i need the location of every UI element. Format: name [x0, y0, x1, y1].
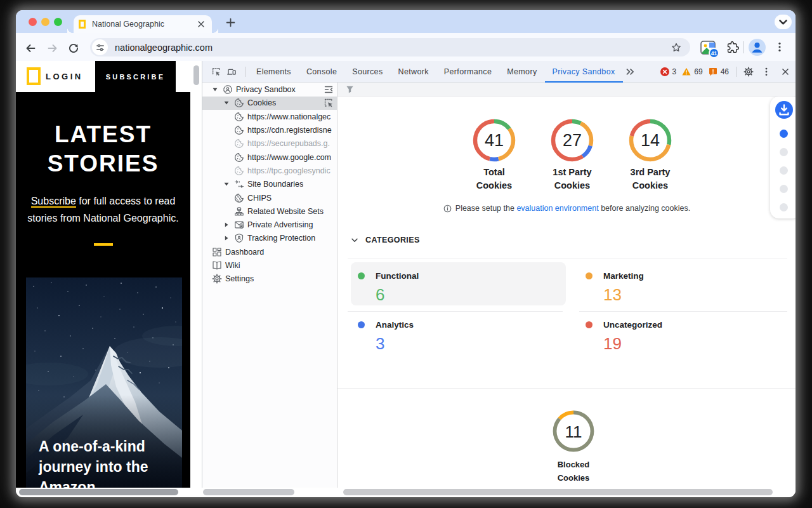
info-suffix: before analyzing cookies. [599, 204, 691, 213]
warning-badge[interactable]: 69 [682, 67, 702, 76]
tree-item-wiki[interactable]: Wiki [202, 258, 337, 272]
nav-dot[interactable] [780, 166, 788, 175]
caption-line3: Amazon [39, 479, 95, 488]
address-bar[interactable]: nationalgeographic.com [90, 38, 690, 57]
expanded-twisty-icon[interactable] [224, 182, 229, 187]
devtools-tab-elements[interactable]: Elements [249, 61, 299, 82]
url-text[interactable]: nationalgeographic.com [115, 43, 671, 53]
tab-close-icon[interactable] [196, 19, 206, 29]
devtools-settings-icon[interactable] [743, 67, 754, 77]
browser-toolbar: nationalgeographic.com 41 [16, 33, 796, 61]
devtools-tab-sources[interactable]: Sources [344, 61, 390, 82]
tree-item-tracking-protection[interactable]: Tracking Protection [202, 232, 337, 245]
expanded-twisty-icon[interactable] [224, 100, 229, 105]
zoom-window-button[interactable] [54, 18, 62, 26]
cookie-icon [234, 112, 244, 122]
tabbar-divider [245, 67, 246, 77]
shield-icon [234, 233, 244, 243]
login-button[interactable]: LOGIN [46, 72, 83, 81]
new-tab-button[interactable] [225, 17, 236, 28]
grid-border [348, 311, 563, 312]
evaluation-environment-link[interactable]: evaluation environment [516, 204, 598, 213]
devtools-tab-performance[interactable]: Performance [436, 61, 499, 82]
gear-icon [212, 274, 222, 284]
cookie-icon [234, 152, 244, 163]
category-card-analytics[interactable]: Analytics 3 [358, 320, 567, 354]
profile-avatar[interactable] [749, 39, 766, 56]
category-card-uncategorized[interactable]: Uncategorized 19 [586, 320, 795, 354]
book-icon [212, 260, 222, 271]
tree-item-privacy-sandbox[interactable]: Privacy Sandbox [202, 83, 337, 97]
tree-item-https-securepubads-g[interactable]: https://securepubads.g. [202, 137, 337, 150]
tree-item-private-advertising[interactable]: Private Advertising [202, 218, 337, 231]
browser-tab[interactable]: National Geographic [74, 15, 212, 33]
devtools-close-icon[interactable] [780, 67, 790, 77]
devtools-tab-memory[interactable]: Memory [499, 61, 544, 82]
devtools-tab-console[interactable]: Console [299, 61, 344, 82]
extensions-puzzle-icon[interactable] [727, 41, 739, 53]
natgeo-logo[interactable] [27, 67, 41, 85]
expanded-twisty-icon[interactable] [213, 87, 218, 92]
device-toolbar-icon[interactable] [226, 67, 237, 77]
devtools-tab-network[interactable]: Network [391, 61, 436, 82]
page-hscroll-thumb[interactable] [19, 489, 178, 495]
error-badge[interactable]: 3 [660, 67, 677, 76]
tree-item-https-www-nationalgec[interactable]: https://www.nationalgec [202, 110, 337, 123]
tree-item-https-cdn-registerdisne[interactable]: https://cdn.registerdisne [202, 123, 337, 137]
donut-value: 27 [549, 131, 595, 150]
floating-overlay-panel [770, 97, 796, 218]
issues-badge[interactable]: 46 [709, 67, 729, 76]
chips-icon [234, 193, 244, 203]
category-dot [586, 272, 593, 279]
devtools-tab-privacy-sandbox[interactable]: Privacy Sandbox [545, 61, 623, 82]
sidebar-hscroll-thumb[interactable] [203, 489, 294, 495]
devtools-tabbar-right: 3 69 46 [655, 61, 796, 82]
back-button[interactable] [25, 43, 36, 54]
collapsed-twisty-icon[interactable] [224, 236, 229, 241]
more-tabs-icon[interactable] [624, 66, 636, 77]
subscribe-link[interactable]: Subscribe [31, 196, 76, 208]
minimize-window-button[interactable] [41, 18, 49, 26]
extension-with-badge-button[interactable]: 41 [699, 39, 717, 57]
toolbar-divider [743, 41, 744, 53]
tree-item-cookies[interactable]: Cookies [202, 97, 337, 110]
tree-item-settings[interactable]: Settings [202, 272, 337, 286]
category-card-functional[interactable]: Functional 6 [358, 271, 567, 305]
tab-search-chevron-button[interactable] [775, 15, 792, 29]
nav-dot[interactable] [780, 203, 788, 211]
page-scrollbar [190, 61, 202, 488]
nav-dot[interactable] [780, 185, 788, 193]
hero-line2: STORIES [48, 150, 159, 177]
tree-item-chips[interactable]: CHIPS [202, 191, 337, 204]
forward-button[interactable] [47, 43, 58, 54]
main-hscroll-thumb[interactable] [343, 489, 773, 495]
categories-header[interactable]: CATEGORIES [350, 236, 420, 244]
devtools-body: Privacy SandboxCookieshttps://www.nation… [202, 83, 796, 488]
category-card-marketing[interactable]: Marketing 13 [586, 271, 795, 305]
tree-item-https-tpc-googlesyndic[interactable]: https://tpc.googlesyndic [202, 164, 337, 177]
section-divider [337, 388, 796, 389]
category-name: Uncategorized [603, 320, 662, 330]
subscribe-button[interactable]: SUBSCRIBE [95, 61, 176, 92]
bookmark-star-icon[interactable] [671, 42, 682, 53]
download-button[interactable] [775, 101, 793, 119]
picker-icon[interactable] [324, 98, 334, 108]
collapsed-twisty-icon[interactable] [224, 222, 229, 227]
filter-funnel-icon[interactable] [345, 84, 355, 94]
page-scrollbar-thumb[interactable] [193, 65, 199, 85]
nav-dot-active[interactable] [780, 130, 788, 138]
site-info-icon[interactable] [92, 39, 108, 55]
collapse-icon[interactable] [324, 84, 334, 95]
browser-menu-button[interactable] [774, 41, 785, 53]
category-value: 6 [376, 285, 567, 305]
refresh-button[interactable] [68, 43, 79, 54]
tree-item-dashboard[interactable]: Dashboard [202, 245, 337, 258]
tree-item-related-website-sets[interactable]: Related Website Sets [202, 204, 337, 218]
extension-badge: 41 [709, 48, 719, 58]
inspect-element-icon[interactable] [211, 67, 221, 77]
tree-item-site-boundaries[interactable]: Site Boundaries [202, 178, 337, 191]
nav-dot[interactable] [780, 148, 788, 156]
close-window-button[interactable] [29, 18, 37, 26]
tree-item-https-www-google-com[interactable]: https://www.google.com [202, 150, 337, 164]
devtools-menu-icon[interactable] [761, 67, 771, 77]
